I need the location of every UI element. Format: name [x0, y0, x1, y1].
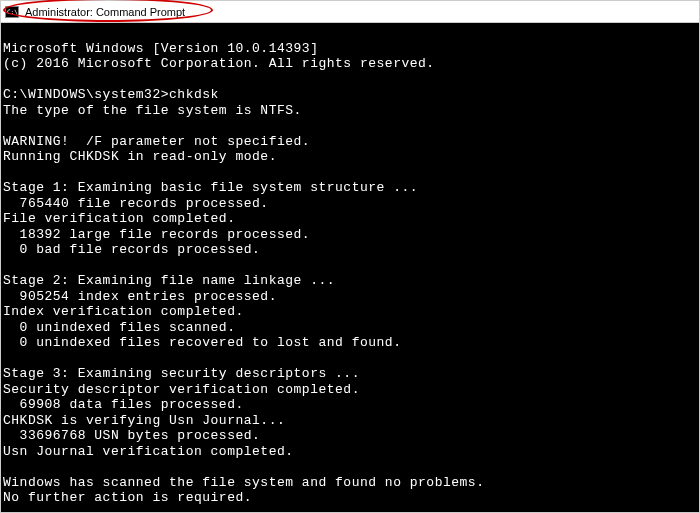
- output-line: Microsoft Windows [Version 10.0.14393]: [3, 41, 318, 56]
- prompt-and-command: C:\WINDOWS\system32>chkdsk: [3, 87, 219, 102]
- title-bar[interactable]: Administrator: Command Prompt: [1, 1, 699, 23]
- output-line: Security descriptor verification complet…: [3, 382, 360, 397]
- output-line: 0 bad file records processed.: [3, 242, 260, 257]
- output-line: 0 unindexed files recovered to lost and …: [3, 335, 401, 350]
- output-line: 765440 file records processed.: [3, 196, 269, 211]
- output-line: 0 unindexed files scanned.: [3, 320, 235, 335]
- cmd-window: Administrator: Command Prompt Microsoft …: [0, 0, 700, 513]
- output-line: (c) 2016 Microsoft Corporation. All righ…: [3, 56, 435, 71]
- output-line: Stage 2: Examining file name linkage ...: [3, 273, 335, 288]
- terminal-output[interactable]: Microsoft Windows [Version 10.0.14393] (…: [1, 23, 699, 512]
- cmd-icon: [5, 6, 19, 18]
- output-line: 18392 large file records processed.: [3, 227, 310, 242]
- output-line: Stage 1: Examining basic file system str…: [3, 180, 418, 195]
- output-line: Index verification completed.: [3, 304, 244, 319]
- output-line: Windows has scanned the file system and …: [3, 475, 484, 490]
- output-line: WARNING! /F parameter not specified.: [3, 134, 310, 149]
- output-line: CHKDSK is verifying Usn Journal...: [3, 413, 285, 428]
- output-line: No further action is required.: [3, 490, 252, 505]
- output-line: 69908 data files processed.: [3, 397, 244, 412]
- window-title: Administrator: Command Prompt: [25, 6, 185, 18]
- output-line: Usn Journal verification completed.: [3, 444, 294, 459]
- output-line: 33696768 USN bytes processed.: [3, 428, 260, 443]
- output-line: File verification completed.: [3, 211, 235, 226]
- output-line: Running CHKDSK in read-only mode.: [3, 149, 277, 164]
- output-line: 905254 index entries processed.: [3, 289, 277, 304]
- output-line: The type of the file system is NTFS.: [3, 103, 302, 118]
- output-line: Stage 3: Examining security descriptors …: [3, 366, 360, 381]
